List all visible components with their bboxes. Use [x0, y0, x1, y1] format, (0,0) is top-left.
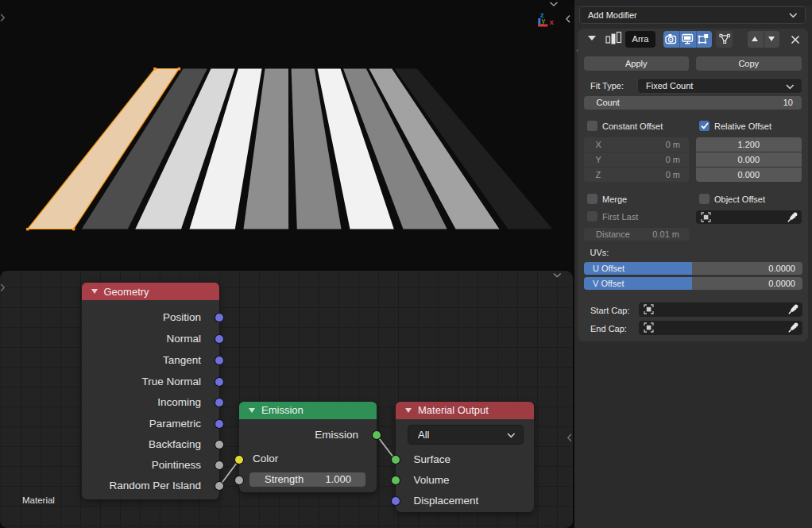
svg-text:y: y — [542, 17, 546, 25]
svg-text:x: x — [550, 17, 555, 26]
